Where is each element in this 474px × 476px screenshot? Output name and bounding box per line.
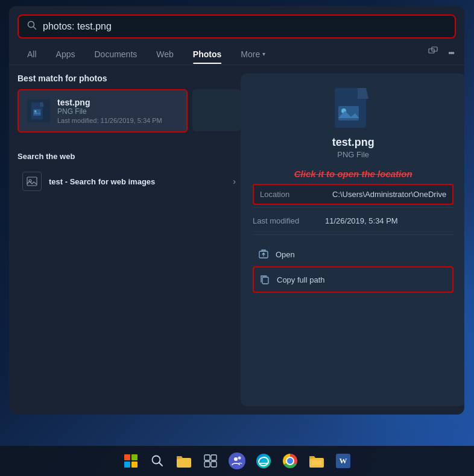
preview-file-name: test.png (332, 136, 374, 149)
word-app-icon[interactable]: W (332, 449, 355, 472)
svg-rect-7 (27, 177, 37, 186)
location-detail-row[interactable]: Location C:\Users\Administrator\OneDrive (253, 184, 453, 205)
web-section-title: Search the web (17, 152, 241, 161)
svg-rect-13 (262, 277, 268, 284)
modified-label: Last modified (253, 216, 325, 225)
search-bar[interactable]: photos: test.png (17, 14, 456, 39)
web-chevron-icon: › (233, 177, 236, 186)
tab-apps[interactable]: Apps (46, 45, 85, 64)
svg-rect-20 (211, 462, 216, 467)
match-info: test.png PNG File Last modified: 11/26/2… (57, 98, 178, 124)
filter-tabs: All Apps Documents Web Photos More ▾ ••• (9, 39, 464, 65)
multiwindow-icon[interactable] (425, 43, 441, 62)
placeholder-thumbnail (192, 89, 241, 131)
taskbar-search-icon[interactable] (146, 449, 169, 472)
main-content: Best match for photos (9, 65, 464, 415)
web-search-item[interactable]: test - Search for web images › (17, 166, 241, 197)
copy-full-path-button[interactable]: Copy full path (253, 266, 453, 293)
file-details: Location C:\Users\Administrator\OneDrive… (253, 184, 453, 237)
tab-photos[interactable]: Photos (183, 45, 231, 64)
match-name: test.png (57, 98, 178, 107)
svg-line-15 (159, 463, 163, 466)
web-search-label: test - Search for web images (49, 177, 226, 186)
location-label: Location (260, 190, 332, 199)
chevron-down-icon: ▾ (262, 51, 265, 57)
svg-point-21 (234, 457, 238, 461)
best-match-title: Best match for photos (17, 74, 241, 83)
modified-detail-row: Last modified 11/26/2019, 5:34 PM (253, 210, 453, 232)
match-type: PNG File (57, 107, 178, 116)
svg-point-22 (238, 457, 241, 460)
svg-rect-18 (211, 455, 216, 460)
windows-start-icon[interactable] (119, 449, 142, 472)
image-search-icon (22, 172, 42, 191)
taskbar-folder-icon[interactable] (305, 449, 328, 472)
tab-web[interactable]: Web (147, 45, 183, 64)
file-explorer-icon[interactable] (172, 449, 195, 472)
taskbar: W (0, 446, 474, 476)
open-button[interactable]: Open (253, 242, 453, 266)
svg-rect-19 (204, 462, 210, 467)
more-options-icon[interactable]: ••• (446, 46, 456, 60)
preview-file-type: PNG File (337, 150, 369, 159)
match-date: Last modified: 11/26/2019, 5:34 PM (57, 117, 178, 124)
edge-browser-icon[interactable] (252, 449, 275, 472)
svg-rect-5 (33, 109, 40, 116)
action-buttons: Open Copy full path (253, 242, 453, 293)
task-view-icon[interactable] (199, 449, 222, 472)
left-panel: Best match for photos (17, 74, 241, 406)
svg-rect-17 (204, 455, 210, 460)
file-icon (27, 99, 50, 122)
tab-more[interactable]: More ▾ (231, 45, 275, 64)
copy-icon (259, 274, 271, 286)
teams-icon[interactable] (226, 449, 248, 472)
svg-rect-16 (177, 458, 191, 468)
location-value: C:\Users\Administrator\OneDrive (332, 190, 446, 199)
svg-line-1 (34, 27, 36, 30)
search-query-display: photos: test.png (43, 21, 446, 32)
svg-rect-10 (338, 106, 359, 121)
svg-rect-24 (312, 460, 321, 465)
file-preview-icon (332, 86, 374, 136)
open-icon (258, 248, 270, 260)
tab-documents[interactable]: Documents (84, 45, 147, 64)
search-window: photos: test.png All Apps Documents Web … (9, 6, 464, 415)
tab-all[interactable]: All (17, 45, 46, 64)
modified-value: 11/26/2019, 5:34 PM (325, 216, 398, 225)
search-icon (27, 20, 37, 33)
chrome-browser-icon[interactable] (279, 449, 302, 472)
right-panel: test.png PNG File Click it to open the l… (241, 74, 464, 406)
click-annotation: Click it to open the location (294, 169, 412, 179)
best-match-item[interactable]: test.png PNG File Last modified: 11/26/2… (17, 89, 188, 133)
